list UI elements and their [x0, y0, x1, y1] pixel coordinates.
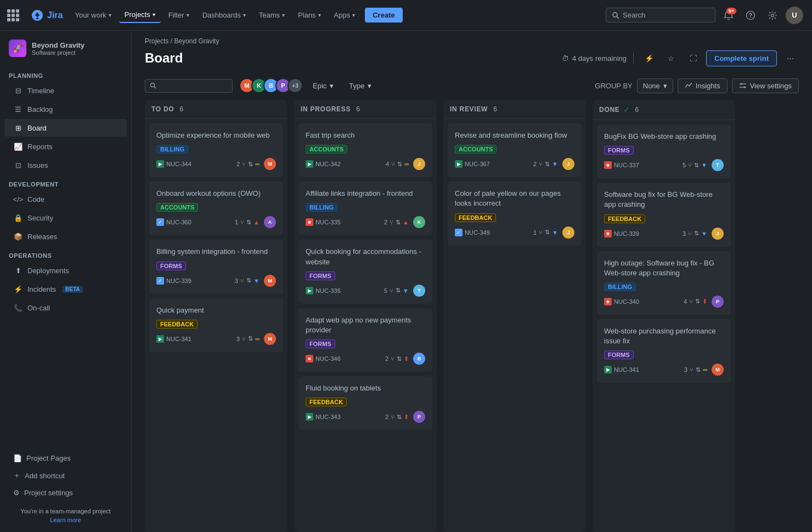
card[interactable]: BugFix BG Web-store app crashing FORMS ■… [597, 124, 731, 178]
card[interactable]: Web-store purchasing performance issue f… [597, 319, 731, 383]
nav-filter[interactable]: Filter ▾ [163, 8, 195, 22]
card-footer: ✓ NUC-339 3 ⑂ ⇅ ▼ M [156, 275, 276, 287]
fullscreen-button[interactable]: ⛶ [684, 49, 702, 67]
column-header-inreview: IN REVIEW6 [443, 100, 586, 119]
card[interactable]: Optimize experience for mobile web BILLI… [149, 123, 283, 177]
card[interactable]: Software bug fix for BG Web-store app cr… [597, 183, 731, 246]
column-title: DONE [599, 106, 620, 114]
nav-dashboards[interactable]: Dashboards ▾ [197, 8, 251, 22]
card[interactable]: Fluid booking on tablets FEEDBACK ▶ NUC-… [298, 376, 432, 430]
create-button[interactable]: Create [365, 8, 402, 22]
card[interactable]: Quick booking for accommodations - websi… [298, 240, 432, 303]
priority-icon: ▼ [403, 287, 409, 294]
security-icon: 🔒 [13, 213, 23, 223]
jira-logo[interactable]: Jira [26, 9, 67, 22]
page-title: Board [145, 50, 183, 66]
sidebar-item-board[interactable]: ⊞ Board [4, 119, 127, 137]
breadcrumb-projects[interactable]: Projects [145, 37, 168, 45]
breadcrumb: Projects / Beyond Gravity [132, 31, 812, 47]
notifications-button[interactable]: 9+ [720, 7, 737, 24]
card[interactable]: High outage: Software bug fix - BG Web-s… [597, 251, 731, 315]
card[interactable]: Fast trip search ACCOUNTS ▶ NUC-342 4 ⑂ … [298, 123, 432, 177]
breadcrumb-project-name[interactable]: Beyond Gravity [174, 37, 219, 45]
nav-projects[interactable]: Projects ▾ [119, 7, 161, 23]
assignee-avatar: A [264, 216, 276, 228]
filter-input[interactable] [159, 82, 224, 90]
nav-apps[interactable]: Apps ▾ [329, 8, 361, 22]
settings-button[interactable] [764, 7, 781, 24]
divider [633, 53, 634, 64]
avatar-more[interactable]: +3 [287, 78, 303, 93]
card[interactable]: Revise and streamline booking flow ACCOU… [448, 123, 582, 177]
card[interactable]: Billing system integration - frontend FO… [149, 240, 283, 293]
group-by-select[interactable]: None ▾ [637, 78, 673, 93]
sidebar-item-project-pages[interactable]: 📄 Project Pages [4, 450, 127, 466]
epic-dropdown[interactable]: Epic ▾ [307, 79, 339, 93]
card[interactable]: Onboard workout options (OWO) ACCOUNTS ✓… [149, 182, 283, 235]
nav-teams[interactable]: Teams ▾ [253, 8, 290, 22]
card[interactable]: Adapt web app no new payments provider F… [298, 308, 432, 372]
nav-your-work[interactable]: Your work ▾ [69, 8, 116, 22]
card-meta: 4 ⑂ ⇅ ⬆ [684, 298, 707, 305]
reports-icon: 📈 [13, 142, 23, 151]
priority-icon: ═ [404, 161, 409, 167]
sidebar-item-backlog[interactable]: ☰ Backlog [4, 100, 127, 118]
sidebar-item-deployments[interactable]: ⬆ Deployments [4, 262, 127, 279]
chevron-down-icon: ▾ [243, 12, 246, 18]
card-title: Adapt web app no new payments provider [306, 315, 425, 335]
sidebar-item-incidents[interactable]: ⚡ Incidents BETA [4, 280, 127, 298]
type-dropdown[interactable]: Type ▾ [343, 79, 377, 93]
svg-line-6 [154, 87, 156, 89]
card-tag: FEEDBACK [156, 320, 198, 329]
sidebar-item-add-shortcut[interactable]: ＋ Add shortcut [4, 467, 127, 484]
sidebar-item-reports[interactable]: 📈 Reports [4, 138, 127, 155]
lightning-button[interactable]: ⚡ [640, 49, 658, 67]
chart-icon [685, 82, 692, 89]
complete-sprint-button[interactable]: Complete sprint [706, 50, 777, 66]
subtask-icon: ⇅ [397, 355, 402, 363]
card-meta: 2 ⑂ ⇅ ▼ [533, 161, 558, 168]
svg-point-5 [151, 83, 155, 87]
story-icon: ▶ [156, 160, 164, 168]
user-avatar[interactable]: U [786, 7, 803, 24]
more-actions-button[interactable]: ⋯ [781, 49, 799, 67]
card[interactable]: Affiliate links integration - frontend B… [298, 182, 432, 235]
toolbar-right: GROUP BY None ▾ Insights View settings [595, 78, 799, 93]
main-content: Projects / Beyond Gravity Board ⏱ 4 days… [132, 31, 812, 532]
issue-id: NUC-336 [315, 287, 341, 294]
nav-plans[interactable]: Plans ▾ [292, 8, 326, 22]
incidents-icon: ⚡ [13, 284, 23, 294]
insights-button[interactable]: Insights [678, 78, 728, 93]
card-tag: FORMS [604, 350, 634, 359]
avatar-group: M K B P +3 [239, 78, 303, 93]
sidebar-item-code[interactable]: </> Code [4, 190, 127, 208]
sidebar-item-timeline[interactable]: ⊟ Timeline [4, 82, 127, 99]
assignee-avatar: M [264, 158, 276, 170]
sidebar-item-project-settings[interactable]: ⚙ Project settings [4, 485, 127, 501]
issue-id: NUC-342 [315, 161, 341, 167]
learn-more-link[interactable]: Learn more [0, 517, 131, 523]
star-button[interactable]: ☆ [662, 49, 680, 67]
development-label: DEVELOPMENT [0, 174, 131, 190]
sidebar-item-issues[interactable]: ⊡ Issues [4, 156, 127, 174]
sidebar-item-releases[interactable]: 📦 Releases [4, 228, 127, 245]
grid-menu-button[interactable] [9, 8, 24, 23]
card[interactable]: Color of pale yellow on our pages looks … [448, 182, 582, 245]
card-tag: ACCOUNTS [306, 145, 347, 154]
view-settings-button[interactable]: View settings [732, 78, 799, 93]
story-points: 3 [683, 230, 686, 237]
column-todo: TO DO6 Optimize experience for mobile we… [145, 100, 287, 532]
filter-search[interactable] [145, 79, 233, 93]
priority-icon: ▼ [552, 161, 558, 167]
search-icon [150, 82, 156, 89]
search-box[interactable]: Search [606, 8, 715, 22]
sidebar-item-oncall[interactable]: 📞 On-call [4, 299, 127, 316]
column-title: IN REVIEW [450, 105, 488, 113]
card[interactable]: Quick payment FEEDBACK ▶ NUC-341 3 ⑂ ⇅ ═… [149, 298, 283, 352]
assignee-avatar: J [712, 228, 724, 240]
help-button[interactable]: ? [742, 7, 759, 24]
branch-icon: ⑂ [240, 278, 244, 284]
chevron-down-icon: ▾ [352, 12, 355, 18]
sidebar-item-security[interactable]: 🔒 Security [4, 209, 127, 227]
story-points: 5 [384, 287, 387, 294]
